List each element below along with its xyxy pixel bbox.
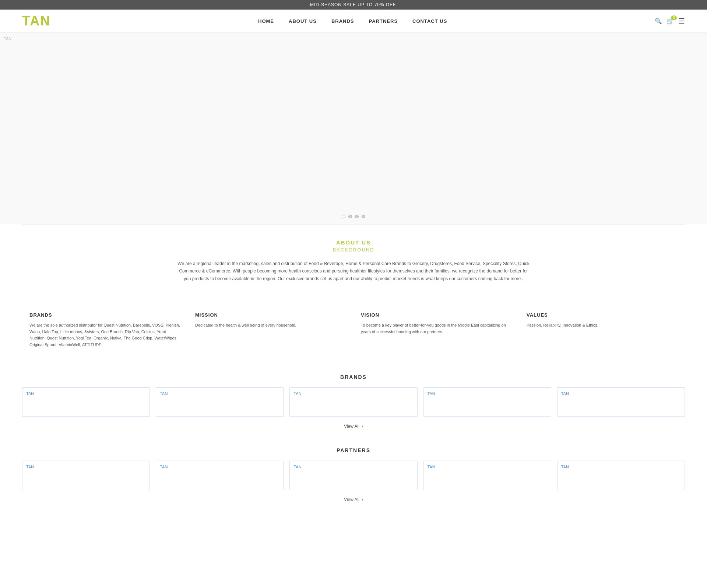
partner-label-5: TAN — [561, 465, 569, 469]
arrow-right-icon: › — [362, 424, 363, 429]
hero-label: TAN — [4, 36, 11, 41]
dot-4[interactable] — [362, 215, 365, 218]
info-vision-title: VISION — [361, 312, 512, 318]
partner-card-5[interactable]: TAN — [557, 461, 685, 490]
menu-button[interactable]: ☰ — [678, 17, 685, 25]
brand-label-2: TAN — [160, 391, 168, 396]
brand-card-1[interactable]: TAN — [22, 387, 150, 417]
nav-about[interactable]: ABOUT US — [289, 18, 317, 24]
info-brands-text: We are the sole authorized distributor f… — [29, 322, 180, 348]
info-values-title: VALUES — [527, 312, 678, 318]
brands-section-title: BRANDS — [22, 374, 685, 380]
nav-brands[interactable]: BRANDS — [331, 18, 354, 24]
partner-card-2[interactable]: TAN — [156, 461, 284, 490]
info-mission: MISSION Dedicated to the health & well b… — [188, 309, 354, 352]
partner-label-2: TAN — [160, 465, 168, 469]
dot-3[interactable] — [355, 215, 359, 218]
logo[interactable]: TAN — [22, 13, 50, 29]
partner-card-3[interactable]: TAN — [289, 461, 417, 490]
partner-label-4: TAN — [428, 465, 435, 469]
brand-label-5: TAN — [561, 391, 569, 396]
info-brands: BRANDS We are the sole authorized distri… — [22, 309, 188, 352]
cart-badge: 🛒 0 — [666, 18, 674, 25]
main-nav: HOME ABOUT US BRANDS PARTNERS CONTACT US — [258, 18, 447, 24]
slider-dots — [342, 215, 365, 218]
brand-card-5[interactable]: TAN — [557, 387, 685, 417]
partners-grid: TAN TAN TAN TAN TAN — [22, 461, 685, 490]
header: TAN HOME ABOUT US BRANDS PARTNERS CONTAC… — [0, 10, 707, 33]
brand-label-3: TAN — [293, 391, 301, 396]
brand-card-4[interactable]: TAN — [423, 387, 551, 417]
info-brands-title: BRANDS — [29, 312, 180, 318]
search-icon: 🔍 — [655, 18, 662, 24]
nav-partners[interactable]: PARTNERS — [369, 18, 398, 24]
brands-section: BRANDS TAN TAN TAN TAN TAN View All › — [0, 367, 707, 444]
hero-slider: TAN — [0, 33, 707, 224]
top-bar: MID-SEASON SALE UP TO 70% OFF. — [0, 0, 707, 10]
brand-card-2[interactable]: TAN — [156, 387, 284, 417]
info-grid: BRANDS We are the sole authorized distri… — [0, 301, 707, 366]
info-mission-title: MISSION — [195, 312, 346, 318]
header-icons: 🔍 🛒 0 ☰ — [655, 17, 685, 25]
partners-section-title: PARTNERS — [22, 447, 685, 453]
about-title: ABOUT US — [22, 239, 685, 246]
partners-view-all[interactable]: View All › — [344, 497, 363, 502]
info-mission-text: Dedicated to the health & well being of … — [195, 322, 346, 329]
partner-label-1: TAN — [26, 465, 34, 469]
cart-count: 0 — [671, 15, 677, 20]
info-vision-text: To become a key player of better-for-you… — [361, 322, 512, 335]
brands-view-all-label: View All — [344, 424, 359, 429]
brand-label-4: TAN — [428, 391, 435, 396]
brands-view-all[interactable]: View All › — [344, 424, 363, 429]
about-description: We are a regional leader in the marketin… — [177, 260, 530, 282]
dot-2[interactable] — [348, 215, 352, 218]
partners-arrow-right-icon: › — [362, 497, 363, 502]
partner-card-4[interactable]: TAN — [423, 461, 551, 490]
partners-view-all-label: View All — [344, 497, 359, 502]
partners-section: PARTNERS TAN TAN TAN TAN TAN View All › — [0, 444, 707, 517]
partner-label-3: TAN — [293, 465, 301, 469]
about-section: ABOUT US BACKGROUND We are a regional le… — [0, 225, 707, 301]
brand-card-3[interactable]: TAN — [289, 387, 417, 417]
brand-label-1: TAN — [26, 391, 34, 396]
top-bar-text: MID-SEASON SALE UP TO 70% OFF. — [310, 2, 397, 7]
partner-card-1[interactable]: TAN — [22, 461, 150, 490]
info-values: VALUES Passion, Reliability, Innovation … — [519, 309, 685, 352]
hamburger-icon: ☰ — [678, 17, 685, 25]
nav-home[interactable]: HOME — [258, 18, 274, 24]
info-values-text: Passion, Reliability, Innovation & Ethic… — [527, 322, 678, 329]
info-vision: VISION To become a key player of better-… — [354, 309, 519, 352]
dot-1[interactable] — [342, 215, 345, 218]
brands-grid: TAN TAN TAN TAN TAN — [22, 387, 685, 417]
about-subtitle: BACKGROUND — [22, 247, 685, 253]
search-button[interactable]: 🔍 — [655, 18, 662, 25]
nav-contact[interactable]: CONTACT US — [412, 18, 447, 24]
